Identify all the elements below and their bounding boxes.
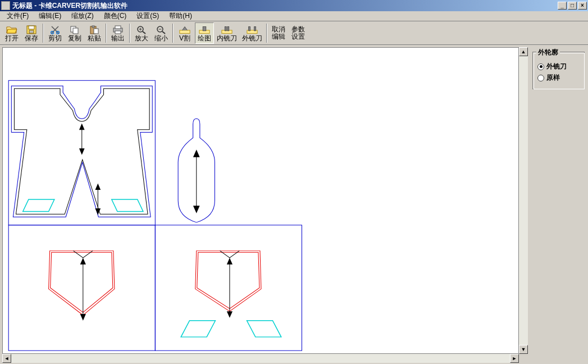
output-button[interactable]: 输出 <box>108 22 127 44</box>
cancel-edit-button[interactable]: 取消 编辑 <box>269 22 288 44</box>
scroll-track[interactable] <box>519 56 528 345</box>
toolbar: 打开 保存 剪切 复制 粘贴 输出 放大 <box>0 21 588 45</box>
svg-rect-1 <box>29 26 34 29</box>
svg-rect-30 <box>8 225 155 351</box>
close-button[interactable]: × <box>578 2 587 10</box>
svg-rect-22 <box>203 26 206 30</box>
vertical-scrollbar[interactable]: ▲ ▼ <box>519 47 528 354</box>
app-icon <box>1 1 10 10</box>
svg-rect-24 <box>225 26 226 30</box>
group-title: 外轮廓 <box>536 48 560 57</box>
scroll-down-button[interactable]: ▼ <box>519 345 528 354</box>
folder-open-icon <box>6 25 17 35</box>
svg-rect-9 <box>94 29 98 34</box>
minimize-button[interactable]: _ <box>558 2 567 10</box>
svg-marker-43 <box>80 314 86 321</box>
radio-original[interactable]: 原样 <box>537 73 580 83</box>
svg-marker-33 <box>80 124 84 130</box>
toolbar-separator <box>172 24 174 43</box>
paste-button[interactable]: 粘贴 <box>85 22 104 44</box>
svg-rect-31 <box>155 225 302 351</box>
cut-button[interactable]: 剪切 <box>45 22 65 44</box>
save-icon <box>26 25 37 35</box>
window-titlebar: 无标题 - 卡维CARVER切割机输出软件 _ □ × <box>0 0 588 11</box>
svg-line-18 <box>162 31 165 34</box>
svg-rect-2 <box>29 30 34 33</box>
radio-icon <box>537 63 544 70</box>
copy-button[interactable]: 复制 <box>65 22 84 44</box>
canvas-container: ▲ ▼ ◄ ► <box>0 45 529 364</box>
scroll-up-button[interactable]: ▲ <box>519 47 528 56</box>
side-panel: 外轮廓 外铣刀 原样 <box>529 45 588 364</box>
printer-icon <box>112 25 124 35</box>
toolbar-separator <box>266 24 267 43</box>
save-button[interactable]: 保存 <box>22 22 41 44</box>
svg-rect-8 <box>92 26 94 28</box>
radio-label: 原样 <box>546 73 560 83</box>
radio-icon <box>537 75 544 81</box>
draw-button[interactable]: 绘图 <box>195 22 214 44</box>
window-controls: _ □ × <box>558 2 587 10</box>
svg-marker-39 <box>194 151 199 157</box>
window-title: 无标题 - 卡维CARVER切割机输出软件 <box>12 1 558 11</box>
scroll-left-button[interactable]: ◄ <box>2 354 11 363</box>
v-cut-icon <box>179 25 190 35</box>
svg-line-14 <box>143 31 145 34</box>
inner-mill-icon <box>221 25 233 35</box>
draw-icon <box>199 25 210 35</box>
outer-mill-button[interactable]: 外铣刀 <box>240 22 265 44</box>
outer-contour-group: 外轮廓 外铣刀 原样 <box>532 52 585 89</box>
scissors-icon <box>49 25 61 35</box>
scroll-corner <box>519 354 528 363</box>
param-settings-button[interactable]: 参数 设置 <box>289 22 308 44</box>
horizontal-scrollbar[interactable]: ◄ ► <box>2 354 519 363</box>
drawing-svg <box>3 48 518 353</box>
svg-marker-42 <box>80 258 86 265</box>
main-area: ▲ ▼ ◄ ► 外轮廓 外铣刀 原样 <box>0 45 588 364</box>
svg-rect-23 <box>222 30 232 33</box>
svg-marker-34 <box>80 149 84 154</box>
menu-edit[interactable]: 编辑(E) <box>34 11 66 21</box>
menu-zoom[interactable]: 缩放(Z) <box>67 11 98 21</box>
svg-marker-40 <box>194 206 199 213</box>
maximize-button[interactable]: □ <box>568 2 577 10</box>
scroll-right-button[interactable]: ► <box>510 354 519 363</box>
zoom-out-button[interactable]: 缩小 <box>152 22 171 44</box>
toolbar-separator <box>43 24 44 43</box>
zoom-out-icon <box>156 25 167 35</box>
svg-rect-11 <box>115 26 121 29</box>
v-cut-button[interactable]: V割 <box>175 22 194 44</box>
scroll-track[interactable] <box>11 354 510 363</box>
svg-rect-25 <box>227 26 229 30</box>
svg-rect-6 <box>73 28 78 34</box>
drawing-canvas[interactable] <box>2 47 519 354</box>
svg-rect-27 <box>249 26 250 30</box>
menu-settings[interactable]: 设置(S) <box>132 11 163 21</box>
svg-marker-45 <box>227 258 233 265</box>
open-button[interactable]: 打开 <box>2 22 21 44</box>
toolbar-separator <box>106 24 107 43</box>
menu-help[interactable]: 帮助(H) <box>165 11 197 21</box>
toolbar-separator <box>129 24 130 43</box>
radio-label: 外铣刀 <box>546 62 567 71</box>
svg-rect-12 <box>115 31 121 34</box>
svg-marker-36 <box>95 184 100 190</box>
menu-file[interactable]: 文件(F) <box>2 11 33 21</box>
copy-icon <box>69 25 80 35</box>
inner-mill-button[interactable]: 内铣刀 <box>215 22 239 44</box>
svg-marker-46 <box>227 311 233 318</box>
svg-rect-20 <box>180 30 190 33</box>
outer-mill-icon <box>247 25 258 35</box>
menu-bar: 文件(F) 编辑(E) 缩放(Z) 颜色(C) 设置(S) 帮助(H) <box>0 11 588 21</box>
svg-rect-28 <box>254 26 256 30</box>
radio-outer-mill[interactable]: 外铣刀 <box>537 62 580 71</box>
paste-icon <box>89 25 100 35</box>
menu-color[interactable]: 颜色(C) <box>99 11 131 21</box>
zoom-in-button[interactable]: 放大 <box>132 22 151 44</box>
zoom-in-icon <box>136 25 147 35</box>
